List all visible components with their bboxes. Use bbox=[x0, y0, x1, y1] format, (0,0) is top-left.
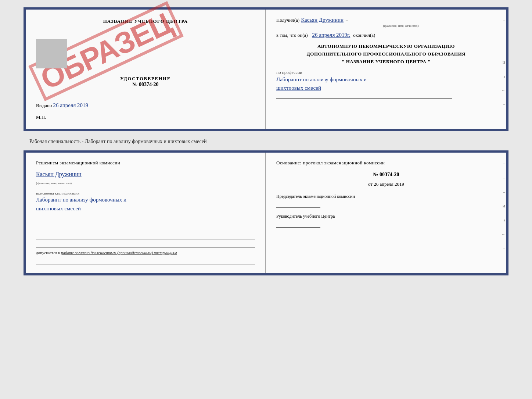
top-doc-left: НАЗВАНИЕ УЧЕБНОГО ЦЕНТРА ОБРАЗЕЦ УДОСТОВ… bbox=[26, 10, 266, 129]
vydano-row: Выдано 26 апреля 2019 bbox=[36, 102, 255, 108]
bottom-lines bbox=[36, 217, 255, 247]
okonchil-label: окончил(а) bbox=[353, 32, 375, 38]
dopuskaetsya-text: работе согласно должностным (производств… bbox=[61, 250, 177, 255]
komissia-title: Решением экзаменационной комиссии bbox=[36, 160, 255, 166]
ot-label: от bbox=[368, 181, 373, 187]
fio-sub: (фамилия, имя, отчество) bbox=[306, 24, 496, 28]
photo-placeholder bbox=[36, 39, 67, 68]
udostoverenie-block: УДОСТОВЕРЕНИЕ № 00374-20 bbox=[36, 76, 255, 88]
bottom-document: Решением экзаменационной комиссии Касьян… bbox=[24, 150, 508, 275]
bottom-doc-left: Решением экзаменационной комиссии Касьян… bbox=[26, 153, 266, 273]
ot-date-val: 26 апреля 2019 bbox=[374, 181, 404, 187]
vydano-date: 26 апреля 2019 bbox=[53, 102, 89, 108]
pred-label: Председатель экзаменационной комиссии bbox=[276, 193, 496, 200]
specialty-text: Рабочая специальность - Лаборант по анал… bbox=[7, 139, 207, 145]
bottom-side-dashes: – – – И а ← – – bbox=[500, 153, 506, 273]
prof-hand: Лаборанпт по анализу формовочных ишихтпо… bbox=[276, 75, 496, 92]
bottom-fio-row: Касьян Дружинин bbox=[36, 171, 255, 178]
proto-number: № 00374-20 bbox=[276, 172, 496, 178]
dopuskaetsya: допускается к работе согласно должностны… bbox=[36, 250, 255, 255]
org-line2: ДОПОЛНИТЕЛЬНОГО ПРОФЕССИОНАЛЬНОГО ОБРАЗО… bbox=[276, 50, 496, 58]
fio-hand: Касьян Дружинин bbox=[301, 17, 344, 23]
vydano-label: Выдано bbox=[36, 103, 52, 108]
mp-label: М.П. bbox=[36, 114, 46, 120]
org-line3: " НАЗВАНИЕ УЧЕБНОГО ЦЕНТРА " bbox=[276, 58, 496, 66]
mp-row: М.П. bbox=[36, 114, 255, 120]
bottom-fio-sub: (фамилия, имя, отчество) bbox=[36, 179, 255, 186]
top-doc-right: Получил(а) Касьян Дружинин – (фамилия, и… bbox=[266, 10, 506, 129]
ruk-sign-line bbox=[276, 221, 320, 228]
bottom-doc-right: Основание: протокол экзаменационной коми… bbox=[266, 153, 506, 273]
vtom-row: в том, что он(а) 26 апреля 2019г. окончи… bbox=[276, 32, 496, 38]
org-block: АВТОНОМНУЮ НЕКОММЕРЧЕСКУЮ ОРГАНИЗАЦИЮ ДО… bbox=[276, 43, 496, 65]
top-document: НАЗВАНИЕ УЧЕБНОГО ЦЕНТРА ОБРАЗЕЦ УДОСТОВ… bbox=[24, 7, 508, 131]
poluchil-row: Получил(а) Касьян Дружинин – bbox=[276, 17, 496, 23]
pred-sign-line bbox=[276, 201, 320, 208]
osnov-label: Основание: протокол экзаменационной коми… bbox=[276, 160, 496, 166]
udost-number: № 00374-20 bbox=[36, 82, 255, 88]
udost-label: УДОСТОВЕРЕНИЕ bbox=[36, 76, 255, 82]
ruk-label: Руководитель учебного Центра bbox=[276, 213, 496, 220]
ot-date: от 26 апреля 2019 bbox=[276, 181, 496, 187]
bottom-fio-hand: Касьян Дружинин bbox=[36, 171, 82, 177]
vtom-date: 26 апреля 2019г. bbox=[312, 32, 351, 38]
kvalif-label: присвоена квалификация bbox=[36, 191, 255, 195]
side-dashes: – – – И а ← – – bbox=[500, 10, 506, 129]
prof-label: по профессии bbox=[276, 70, 496, 75]
kvalif-hand: Лаборанпт по анализу формовочных и шихтп… bbox=[36, 195, 255, 213]
poluchil-label: Получил(а) bbox=[276, 17, 299, 23]
org-line1: АВТОНОМНУЮ НЕКОММЕРЧЕСКУЮ ОРГАНИЗАЦИЮ bbox=[276, 43, 496, 50]
vtom-label: в том, что он(а) bbox=[276, 32, 308, 38]
